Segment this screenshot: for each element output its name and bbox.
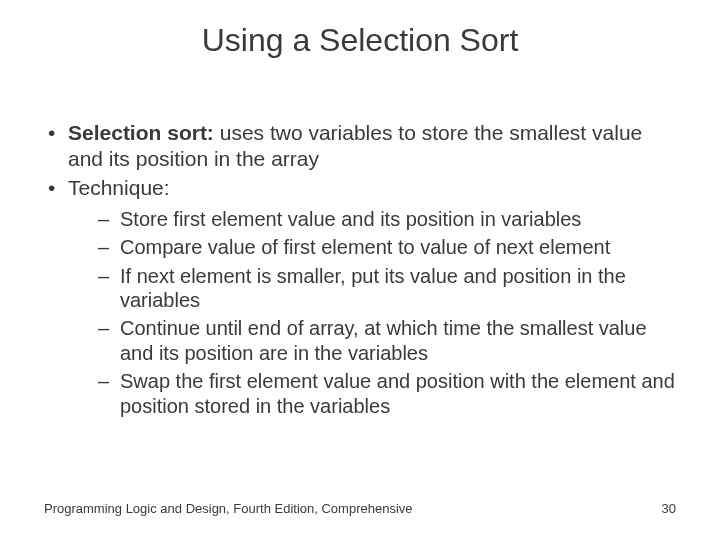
sub-item: Swap the first element value and positio… [98, 369, 676, 418]
page-number: 30 [662, 501, 676, 516]
bullet-bold: Selection sort: [68, 121, 214, 144]
bullet-list: Selection sort: uses two variables to st… [44, 120, 676, 418]
bullet-item: Selection sort: uses two variables to st… [44, 120, 676, 171]
sub-item: Continue until end of array, at which ti… [98, 316, 676, 365]
slide-title: Using a Selection Sort [0, 22, 720, 59]
slide: Using a Selection Sort Selection sort: u… [0, 0, 720, 540]
footer-text: Programming Logic and Design, Fourth Edi… [44, 501, 413, 516]
bullet-text: Technique: [68, 176, 170, 199]
bullet-item: Technique: Store first element value and… [44, 175, 676, 418]
sub-item: Store first element value and its positi… [98, 207, 676, 231]
sub-item: Compare value of first element to value … [98, 235, 676, 259]
sub-item: If next element is smaller, put its valu… [98, 264, 676, 313]
sub-list: Store first element value and its positi… [68, 207, 676, 418]
slide-body: Selection sort: uses two variables to st… [44, 120, 676, 422]
